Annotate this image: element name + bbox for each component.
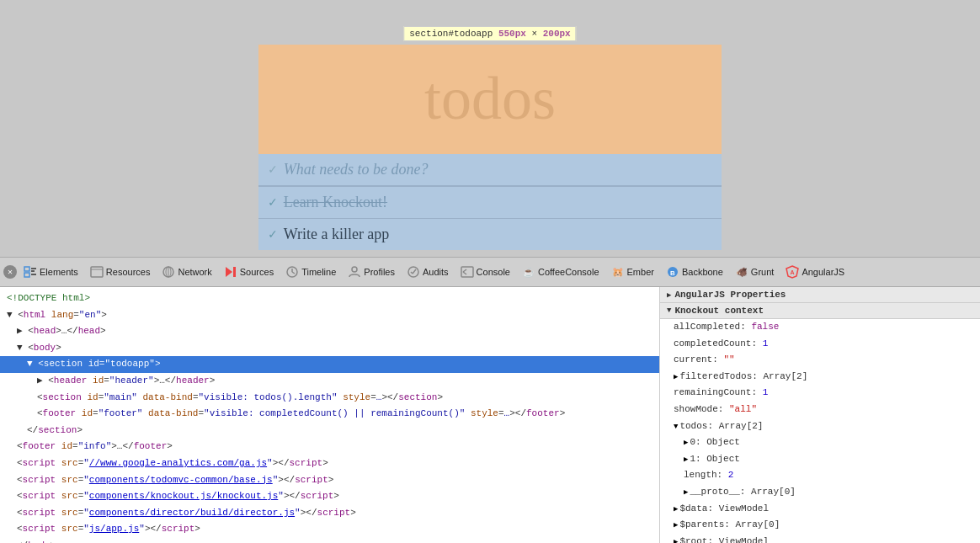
html-panel[interactable]: <!DOCTYPE html> ▼ <html lang="en"> ▶ <he… (0, 287, 660, 543)
backbone-icon: B (666, 265, 679, 279)
prop-val-root: ViewModel (719, 536, 769, 543)
angularjs-icon: A (786, 265, 799, 279)
angularjs-properties-header[interactable]: ▶ AngularJS Properties (660, 287, 980, 303)
html-line-head[interactable]: ▶ <head>…</head> (0, 323, 659, 340)
knockout-context-header[interactable]: ▼ Knockout context (660, 303, 980, 319)
prop-key-todos-proto: __proto__: (690, 487, 751, 497)
html-line-doctype: <!DOCTYPE html> (0, 290, 659, 307)
tab-coffeeconsole[interactable]: ☕ CoffeeConsole (517, 262, 605, 282)
prop-todos-0[interactable]: ▶0: Object (660, 434, 980, 451)
todo-header: todos (258, 45, 722, 154)
prop-todos-length: length: 2 (660, 467, 980, 484)
root-expand-icon[interactable]: ▶ (674, 538, 678, 543)
prop-key-completedCount: completedCount: (674, 338, 763, 349)
svg-rect-3 (24, 273, 29, 277)
tab-sources[interactable]: Sources (219, 262, 279, 282)
prop-key-current: current: (674, 354, 723, 365)
prop-filteredTodos[interactable]: ▶filteredTodos: Array[2] (660, 369, 980, 386)
angularjs-expand-icon[interactable]: ▶ (667, 290, 671, 300)
resources-icon (90, 265, 104, 279)
todo-checkmark: ✓ (269, 161, 277, 178)
tab-network[interactable]: Network (157, 262, 216, 282)
prop-val-todos: Array[2] (719, 421, 764, 431)
tab-resources[interactable]: Resources (85, 262, 156, 282)
html-line-main[interactable]: <section id="main" data-bind="visible: t… (0, 390, 659, 407)
html-line-script-base[interactable]: <script src="components/todomvc-common/b… (0, 472, 659, 489)
devtools-main: <!DOCTYPE html> ▼ <html lang="en"> ▶ <he… (0, 287, 980, 543)
tab-coffeeconsole-label: CoffeeConsole (538, 267, 599, 277)
tab-angularjs-label: AngularJS (802, 267, 844, 277)
tab-console[interactable]: Console (455, 262, 515, 282)
filteredTodos-expand-icon[interactable]: ▶ (674, 373, 678, 381)
ember-icon: 🐹 (611, 265, 625, 279)
tab-grunt[interactable]: 🐗 Grunt (730, 262, 780, 282)
tab-ember[interactable]: 🐹 Ember (606, 262, 659, 282)
html-content: <!DOCTYPE html> ▼ <html lang="en"> ▶ <he… (0, 287, 659, 543)
prop-data[interactable]: ▶$data: ViewModel (660, 501, 980, 518)
todos-1-expand-icon[interactable]: ▶ (684, 455, 688, 464)
svg-rect-5 (91, 267, 103, 277)
tab-timeline-label: Timeline (301, 267, 336, 277)
prop-todos-1[interactable]: ▶1: Object (660, 451, 980, 468)
svg-line-21 (463, 272, 466, 274)
audits-icon (407, 265, 420, 279)
svg-text:B: B (670, 269, 675, 277)
prop-val-todos-0: Object (706, 437, 740, 447)
prop-key-root: $root: (679, 536, 718, 543)
prop-key-todos-length: length: (684, 470, 728, 480)
prop-val-todos-1: Object (706, 454, 740, 464)
prop-val-completedCount: 1 (763, 338, 769, 349)
tab-resources-label: Resources (106, 267, 151, 277)
html-line-body[interactable]: ▼ <body> (0, 340, 659, 357)
prop-parents[interactable]: ▶$parents: Array[0] (660, 517, 980, 534)
svg-marker-10 (226, 267, 232, 277)
html-line-footer-info[interactable]: <footer id="info">…</footer> (0, 439, 659, 455)
tab-backbone[interactable]: B Backbone (661, 262, 728, 282)
prop-key-todos-0: 0: (690, 437, 706, 447)
tab-elements[interactable]: Elements (19, 262, 83, 282)
tab-network-label: Network (178, 267, 211, 277)
html-line-script-director[interactable]: <script src="components/director/build/d… (0, 505, 659, 522)
knockout-expand-icon[interactable]: ▼ (667, 306, 671, 315)
html-line-header[interactable]: ▶ <header id="header">…</header> (0, 373, 659, 390)
prop-remainingCount: remainingCount: 1 (660, 385, 980, 402)
parents-expand-icon[interactable]: ▶ (674, 521, 678, 530)
tab-angularjs[interactable]: A AngularJS (780, 262, 850, 282)
todos-proto-expand-icon[interactable]: ▶ (684, 488, 688, 497)
html-line-script-ga[interactable]: <script src="//www.google-analytics.com/… (0, 455, 659, 472)
prop-todos-proto[interactable]: ▶__proto__: Array[0] (660, 484, 980, 501)
prop-allCompleted: allCompleted: false (660, 319, 980, 336)
html-line-script-app[interactable]: <script src="js/app.js"></script> (0, 521, 659, 538)
html-line-script-ko[interactable]: <script src="components/knockout.js/knoc… (0, 488, 659, 505)
data-expand-icon[interactable]: ▶ (674, 505, 678, 514)
tab-timeline[interactable]: Timeline (280, 262, 341, 282)
html-line-footer[interactable]: <footer id="footer" data-bind="visible: … (0, 406, 659, 423)
html-line-section-todoapp[interactable]: ▼ <section id="todoapp"> (0, 356, 659, 373)
prop-val-filteredTodos: Array[2] (763, 371, 807, 381)
profiles-icon (348, 265, 361, 279)
prop-key-todos: todos: (679, 421, 718, 431)
tab-grunt-label: Grunt (751, 267, 775, 277)
todo-item-1: ✓ Write a killer app (258, 218, 722, 250)
prop-root[interactable]: ▶$root: ViewModel (660, 534, 980, 543)
prop-todos[interactable]: ▼todos: Array[2] (660, 418, 980, 435)
prop-val-showMode: "all" (729, 404, 757, 414)
prop-val-current: "" (723, 354, 734, 365)
svg-point-15 (352, 267, 357, 272)
prop-val-todos-proto: Array[0] (751, 487, 796, 497)
html-line-html[interactable]: ▼ <html lang="en"> (0, 307, 659, 324)
todos-expand-icon[interactable]: ▼ (674, 423, 678, 431)
tab-ember-label: Ember (627, 267, 654, 277)
svg-line-14 (292, 272, 295, 274)
todo-item-text-0: Learn Knockout! (284, 194, 387, 211)
todos-0-expand-icon[interactable]: ▶ (684, 439, 688, 447)
dimension-tooltip: section#todoapp 550px × 200px (403, 26, 576, 41)
prop-showMode: showMode: "all" (660, 402, 980, 418)
tab-profiles[interactable]: Profiles (343, 262, 400, 282)
html-line-body-close: </body> (0, 538, 659, 543)
tab-sources-label: Sources (240, 267, 274, 277)
todo-check-0: ✓ (269, 194, 277, 210)
tab-audits[interactable]: Audits (402, 262, 454, 282)
close-button[interactable]: ✕ (3, 265, 17, 279)
prop-key-data: $data: (679, 503, 718, 514)
